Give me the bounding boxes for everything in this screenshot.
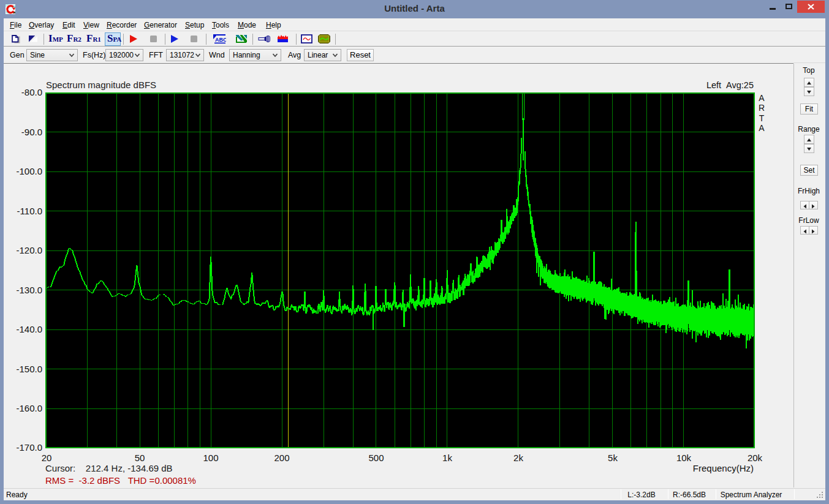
- svg-text:ABC: ABC: [215, 37, 226, 43]
